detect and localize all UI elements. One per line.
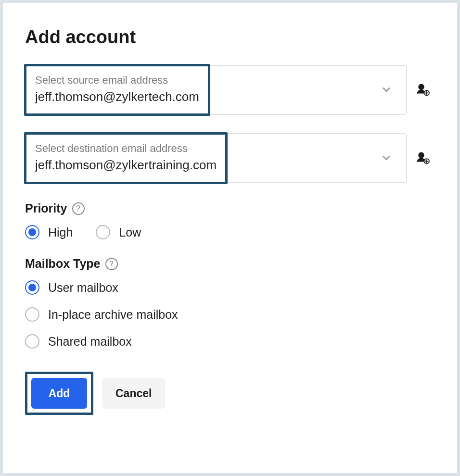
source-email-label: Select source email address xyxy=(35,74,199,87)
mailbox-shared-radio[interactable]: Shared mailbox xyxy=(25,334,435,349)
button-row: Add Cancel xyxy=(25,372,435,415)
mailbox-user-label: User mailbox xyxy=(48,281,118,295)
add-account-panel: Add account Select source email address … xyxy=(3,3,457,473)
source-row: Select source email address jeff.thomson… xyxy=(25,65,435,115)
priority-low-radio[interactable]: Low xyxy=(96,225,141,239)
help-icon[interactable]: ? xyxy=(105,258,118,270)
mailbox-user-radio[interactable]: User mailbox xyxy=(25,280,435,295)
mailbox-type-label: Mailbox Type xyxy=(25,257,101,271)
mailbox-type-label-row: Mailbox Type ? xyxy=(25,257,435,271)
priority-low-label: Low xyxy=(119,225,141,239)
mailbox-archive-label: In-place archive mailbox xyxy=(48,308,178,322)
chevron-down-icon xyxy=(381,153,392,163)
mailbox-archive-radio[interactable]: In-place archive mailbox xyxy=(25,307,435,322)
priority-options: High Low xyxy=(25,225,435,239)
add-destination-user-icon[interactable] xyxy=(410,151,435,165)
priority-label: Priority xyxy=(25,201,67,215)
radio-indicator xyxy=(25,280,39,295)
cancel-button[interactable]: Cancel xyxy=(102,378,165,409)
source-email-dropdown[interactable]: Select source email address jeff.thomson… xyxy=(25,65,407,115)
add-button-highlight: Add xyxy=(25,372,93,415)
add-source-user-icon[interactable] xyxy=(410,83,435,97)
mailbox-shared-label: Shared mailbox xyxy=(48,335,132,349)
add-button[interactable]: Add xyxy=(31,378,87,409)
source-email-highlight: Select source email address jeff.thomson… xyxy=(24,64,210,116)
priority-high-radio[interactable]: High xyxy=(25,225,73,239)
radio-indicator xyxy=(25,225,39,239)
radio-indicator xyxy=(25,334,39,349)
radio-indicator xyxy=(25,307,39,322)
destination-email-value: jeff.thomson@zylkertraining.com xyxy=(35,158,217,173)
source-email-value: jeff.thomson@zylkertech.com xyxy=(35,89,199,104)
destination-email-dropdown[interactable]: Select destination email address jeff.th… xyxy=(25,133,407,183)
priority-label-row: Priority ? xyxy=(25,201,435,215)
destination-row: Select destination email address jeff.th… xyxy=(25,133,435,183)
mailbox-type-options: User mailbox In-place archive mailbox Sh… xyxy=(25,280,435,349)
destination-email-highlight: Select destination email address jeff.th… xyxy=(24,132,228,184)
destination-email-label: Select destination email address xyxy=(35,142,217,155)
page-title: Add account xyxy=(25,27,435,48)
help-icon[interactable]: ? xyxy=(72,202,85,215)
chevron-down-icon xyxy=(381,85,392,95)
radio-indicator xyxy=(96,225,110,239)
priority-high-label: High xyxy=(48,225,73,239)
